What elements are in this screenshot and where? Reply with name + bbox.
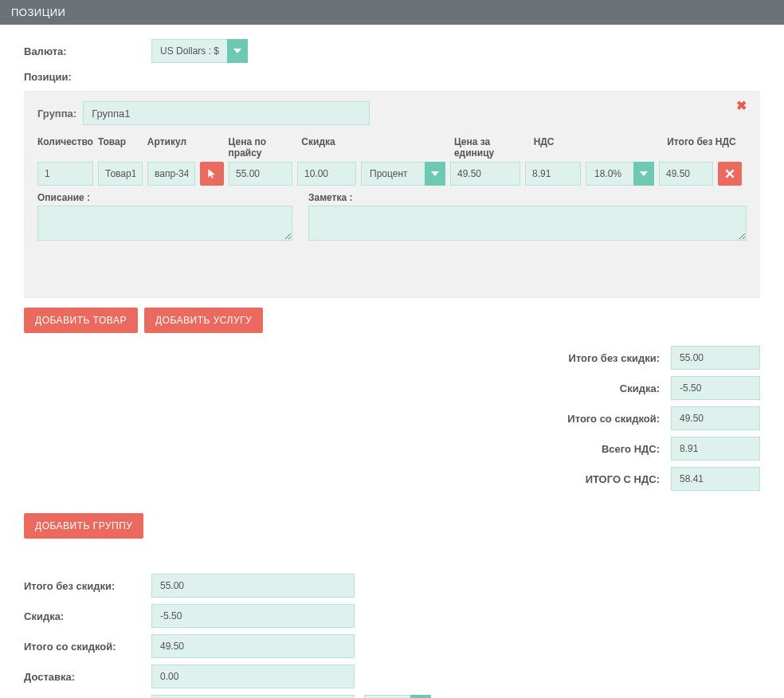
panel-title: ПОЗИЦИИ bbox=[0, 0, 784, 25]
col-total: Итого без НДС bbox=[667, 136, 747, 159]
col-article: Артикул bbox=[147, 136, 224, 159]
add-product-button[interactable]: ДОБАВИТЬ ТОВАР bbox=[24, 308, 138, 333]
gt-discount-value[interactable] bbox=[671, 376, 760, 400]
qty-input[interactable] bbox=[37, 162, 93, 186]
add-service-button[interactable]: ДОБАВИТЬ УСЛУГУ bbox=[144, 308, 263, 333]
chevron-down-icon bbox=[233, 47, 241, 55]
line-item-row: Процент 18.0% bbox=[37, 162, 747, 186]
ft-discount-value[interactable] bbox=[151, 604, 355, 628]
chevron-down-icon bbox=[640, 170, 648, 178]
col-listprice: Цена по прайсу bbox=[229, 136, 297, 159]
discount-type-value: Процент bbox=[361, 162, 425, 186]
gt-subtotal-label: Итого без скидки: bbox=[548, 352, 660, 364]
vat-pct-value: 18.0% bbox=[586, 162, 633, 186]
shipping-vat-pct-value: 18.0% bbox=[364, 695, 410, 698]
note-label: Заметка : bbox=[308, 192, 747, 203]
gt-afterdisc-label: Итого со скидкой: bbox=[548, 413, 660, 425]
vat-pct-dropdown-button[interactable] bbox=[633, 162, 654, 186]
unit-price-input[interactable] bbox=[450, 162, 520, 186]
currency-label: Валюта: bbox=[24, 45, 151, 57]
currency-select[interactable]: US Dollars : $ bbox=[151, 39, 248, 63]
gt-grand-label: ИТОГО С НДС: bbox=[548, 473, 660, 485]
line-total-input[interactable] bbox=[659, 162, 713, 186]
col-discount: Скидка bbox=[301, 136, 449, 159]
gt-vat-label: Всего НДС: bbox=[548, 443, 660, 455]
ft-shipping-value[interactable] bbox=[151, 665, 355, 688]
gt-subtotal-value[interactable] bbox=[671, 346, 760, 370]
ft-discount-label: Скидка: bbox=[24, 610, 151, 622]
ft-shipping-label: Доставка: bbox=[24, 671, 151, 683]
gt-grand-value[interactable] bbox=[671, 467, 760, 491]
delete-line-button[interactable] bbox=[718, 162, 742, 186]
vat-amount-input[interactable] bbox=[525, 162, 581, 186]
vat-pct-select[interactable]: 18.0% bbox=[586, 162, 654, 186]
discount-type-dropdown-button[interactable] bbox=[425, 162, 445, 186]
group-name-input[interactable] bbox=[83, 101, 370, 125]
shipping-vat-pct-dropdown-button[interactable] bbox=[410, 695, 431, 698]
close-icon bbox=[724, 168, 735, 179]
col-unitprice: Цена за единицу bbox=[454, 136, 529, 159]
product-picker-button[interactable] bbox=[200, 162, 224, 186]
ft-subtotal-label: Итого без скидки: bbox=[24, 580, 151, 592]
close-icon: ✖ bbox=[736, 99, 747, 112]
currency-dropdown-button[interactable] bbox=[227, 39, 248, 63]
currency-value: US Dollars : $ bbox=[151, 39, 227, 63]
col-qty: Количество bbox=[37, 136, 93, 159]
ft-shipvat-value[interactable] bbox=[151, 695, 355, 698]
add-group-button[interactable]: ДОБАВИТЬ ГРУППУ bbox=[24, 513, 143, 539]
description-textarea[interactable] bbox=[37, 206, 292, 241]
shipping-vat-pct-select[interactable]: 18.0% bbox=[364, 695, 431, 698]
gt-afterdisc-value[interactable] bbox=[671, 406, 760, 430]
gt-vat-value[interactable] bbox=[671, 437, 760, 461]
product-input[interactable] bbox=[98, 162, 143, 186]
cursor-icon bbox=[206, 168, 218, 179]
positions-label: Позиции: bbox=[24, 71, 151, 83]
article-input[interactable] bbox=[147, 162, 195, 186]
description-label: Описание : bbox=[37, 192, 292, 203]
gt-discount-label: Скидка: bbox=[548, 382, 660, 394]
note-textarea[interactable] bbox=[308, 206, 747, 241]
col-product: Товар bbox=[98, 136, 143, 159]
ft-afterdisc-value[interactable] bbox=[151, 634, 355, 658]
ft-subtotal-value[interactable] bbox=[151, 574, 355, 598]
ft-afterdisc-label: Итого со скидкой: bbox=[24, 641, 151, 653]
discount-type-select[interactable]: Процент bbox=[361, 162, 445, 186]
col-vat: НДС bbox=[534, 136, 663, 159]
chevron-down-icon bbox=[431, 170, 439, 178]
group-label: Группа: bbox=[37, 108, 76, 120]
close-group-button[interactable]: ✖ bbox=[736, 100, 747, 112]
discount-input[interactable] bbox=[297, 162, 356, 186]
list-price-input[interactable] bbox=[229, 162, 292, 186]
